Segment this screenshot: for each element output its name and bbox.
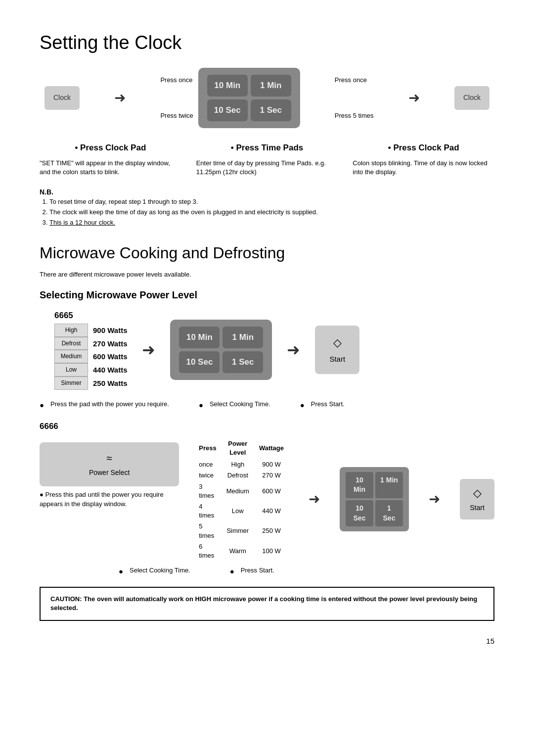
press-once-label: Press once (160, 76, 193, 85)
step2-desc: Enter time of day by pressing Time Pads.… (196, 159, 338, 177)
section2-desc: There are different microwave power leve… (40, 270, 494, 279)
nb-list: To reset time of day, repeat step 1 thro… (49, 197, 494, 228)
arrow-right-1: ➜ (114, 88, 126, 107)
nb-item-3: This is a 12 hour clock. (49, 218, 494, 227)
pad-cell-10sec: 10 Sec (207, 99, 248, 121)
power-select-btn: ≈ Power Select (40, 442, 179, 487)
time-pad-center: 10 Min 1 Min 10 Sec 1 Sec (198, 68, 300, 128)
table-row: 6 timesWarm100 W (194, 541, 289, 561)
table-row: onceHigh900 W (194, 459, 289, 470)
press-labels-right: Press once Press 5 times (335, 76, 374, 120)
power-panel: 6665 High 900 Watts Defrost 270 Watts Me… (54, 310, 127, 390)
table-row: twiceDefrost270 W (194, 470, 289, 481)
power-table: Press PowerLevel Wattage onceHigh900 W t… (194, 437, 289, 561)
section-6666: ≈ Power Select ● Press this pad until th… (40, 437, 494, 561)
step3-col: • Press Clock Pad Colon stops blinking. … (353, 142, 494, 177)
power-item-low: Low 440 Watts (54, 363, 127, 377)
clock-diagram: Clock ➜ Press once Press twice 10 Min 1 … (40, 68, 494, 128)
clock-button-left: Clock (44, 86, 80, 110)
start-label: Start (329, 354, 345, 364)
bullet-time-6665: ● Select Cooking Time. (199, 400, 270, 411)
page-number: 15 (40, 636, 494, 646)
press-twice-label: Press twice (160, 111, 193, 120)
bullet-time-6666: ● Select Cooking Time. (119, 566, 190, 577)
power-list: High 900 Watts Defrost 270 Watts Medium … (54, 324, 127, 390)
col-press: Press (194, 437, 221, 459)
subsection-title: Selecting Microwave Power Level (40, 288, 494, 302)
power-item-simmer: Simmer 250 Watts (54, 377, 127, 390)
pad-cell-10min: 10 Min (207, 75, 248, 96)
col-level: PowerLevel (222, 437, 254, 459)
section2-title: Microwave Cooking and Defrosting (40, 242, 494, 264)
diamond-icon: ◇ (333, 335, 342, 351)
step1-desc: "SET TIME" will appear in the display wi… (40, 159, 181, 177)
press-once-right: Press once (335, 76, 374, 85)
press-5times: Press 5 times (335, 111, 374, 120)
arrow-right-2: ➜ (408, 88, 420, 107)
bullet-power: ● Press the pad with the power you requi… (40, 400, 169, 411)
caution-box: CAUTION: The oven will automatically wor… (40, 587, 494, 620)
clock-button-right: Clock (454, 86, 490, 110)
power-diagram-6665: 6665 High 900 Watts Defrost 270 Watts Me… (40, 310, 494, 390)
nb-title: N.B. (40, 188, 53, 196)
table-row: 3 timesMedium600 W (194, 481, 289, 501)
step2-title: • Press Time Pads (196, 142, 338, 154)
bullets-6666: ● Select Cooking Time. ● Press Start. (119, 566, 494, 577)
power-select-col: ≈ Power Select ● Press this pad until th… (40, 437, 179, 509)
bullet-start-6666: ● Press Start. (230, 566, 274, 577)
bullet-start-6665: ● Press Start. (300, 400, 345, 411)
power-num-6666-label: 6666 (40, 421, 494, 432)
col-wattage: Wattage (254, 437, 289, 459)
time-pad-6666: 10 Min 1 Min 10 Sec 1 Sec (340, 467, 409, 531)
pad-cell-1sec: 1 Sec (251, 99, 291, 121)
power-item-defrost: Defrost 270 Watts (54, 337, 127, 350)
table-row: 5 timesSimmer250 W (194, 521, 289, 541)
step3-title: • Press Clock Pad (353, 142, 494, 154)
power-item-medium: Medium 600 Watts (54, 350, 127, 363)
nb-item-1: To reset time of day, repeat step 1 thro… (49, 197, 494, 206)
arrow-right-3: ➜ (142, 339, 155, 361)
6666-diagram-right: 10 Min 1 Min 10 Sec 1 Sec (340, 467, 409, 531)
bullets-6665: ● Press the pad with the power you requi… (40, 400, 494, 411)
start-label-2: Start (470, 503, 485, 513)
power-table-wrap: Press PowerLevel Wattage onceHigh900 W t… (194, 437, 289, 561)
step1-col: • Press Clock Pad "SET TIME" will appear… (40, 142, 181, 177)
power-num-6665: 6665 (54, 310, 127, 322)
caution-text: CAUTION: The oven will automatically wor… (50, 595, 477, 612)
pad-cell-1min: 1 Min (251, 75, 291, 96)
diamond-icon-2: ◇ (473, 486, 482, 501)
power-item-high: High 900 Watts (54, 324, 127, 337)
start-button-6666: ◇ Start (460, 479, 494, 520)
nb-item-2: The clock will keep the time of day as l… (49, 208, 494, 217)
arrow-right-6: ➜ (429, 489, 440, 509)
step1-title: • Press Clock Pad (40, 142, 181, 154)
press-labels-left: Press once Press twice (160, 76, 193, 120)
table-row: 4 timesLow440 W (194, 501, 289, 521)
power-select-label: Power Select (89, 469, 130, 476)
power-select-note: ● Press this pad until the power you req… (40, 490, 179, 508)
step2-col: • Press Time Pads Enter time of day by p… (196, 142, 338, 177)
section1-title: Setting the Clock (40, 30, 494, 56)
nb-section: N.B. To reset time of day, repeat step 1… (40, 187, 494, 227)
arrow-right-4: ➜ (287, 339, 300, 361)
start-button-6665: ◇ Start (315, 326, 359, 374)
press-instructions: • Press Clock Pad "SET TIME" will appear… (40, 142, 494, 177)
arrow-right-5: ➜ (309, 489, 320, 509)
step3-desc: Colon stops blinking. Time of day is now… (353, 159, 494, 177)
time-pad-6665: 10 Min 1 Min 10 Sec 1 Sec (170, 320, 272, 380)
